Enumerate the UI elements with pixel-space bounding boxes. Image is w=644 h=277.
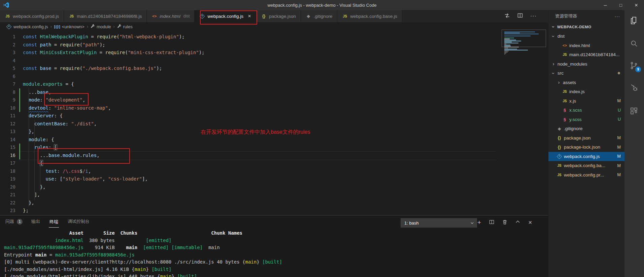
code-line[interactable]: 11 devServer: { [0, 112, 495, 120]
code-line[interactable]: 5const base = require("./webpack.config.… [0, 65, 495, 73]
file-tree-item-y.scss[interactable]: §y.scssU [548, 115, 625, 124]
file-tree-item-node_modules[interactable]: ›node_modules [548, 60, 625, 69]
minimap-line [504, 43, 518, 43]
code-line-content: use: ["style-loader", "css-loader"], [15, 175, 148, 183]
trash-icon[interactable] [502, 220, 507, 226]
tab-main.d124061b8741846986f8.js[interactable]: JSmain.d124061b8741846986f8.js [64, 10, 147, 22]
file-tree-item-main.d124061b874184...[interactable]: JSmain.d124061b874184... [548, 50, 625, 60]
more-icon[interactable]: ··· [530, 13, 537, 19]
code-line-content: contentBase: "./dist", [15, 120, 97, 128]
terminal-output[interactable]: Asset Size Chunks Chunk Names index.html… [4, 230, 282, 277]
code-line[interactable]: 8 ...base, [0, 88, 495, 96]
panel-tab-问题[interactable]: 问题1 [5, 219, 23, 225]
code-line[interactable]: 20 }, [0, 183, 495, 191]
panel-tab-终端[interactable]: 终端 [49, 216, 59, 228]
code-line[interactable]: 1const HtmlWebpackPlugin = require("html… [0, 33, 495, 41]
panel-tab-调试控制台[interactable]: 调试控制台 [68, 219, 90, 225]
file-tree-item-index.html[interactable]: <>index.html [548, 41, 625, 50]
tab-package.json[interactable]: {}package.json [256, 10, 301, 22]
file-tree-item-x.scss[interactable]: §x.scssU [548, 106, 625, 115]
new-terminal-icon[interactable]: + [477, 219, 481, 226]
compare-icon[interactable] [504, 13, 510, 20]
file-tree-item-package-lock.json[interactable]: {}package-lock.jsonM [548, 143, 625, 152]
close-icon[interactable]: ✕ [248, 14, 251, 18]
file-tree-item-dist[interactable]: ›dist [548, 32, 625, 41]
webpack-icon [199, 14, 205, 19]
file-tree-item-.gitignore[interactable]: ◆.gitignore [548, 124, 625, 133]
breadcrumb-item-unknown[interactable]: [@]<unknown> [54, 24, 84, 29]
split-terminal-icon[interactable] [489, 220, 494, 226]
file-label: webpack.config.pr... [564, 172, 604, 177]
code-line[interactable]: 21 ], [0, 191, 495, 199]
code-line[interactable]: 17 { [0, 159, 495, 167]
terminal-shell-select[interactable]: 1: bash [401, 218, 477, 228]
root-folder-label: WEBPACK-DEMO [557, 25, 591, 29]
tab-webpack.config.js[interactable]: webpack.config.js✕ [195, 10, 256, 22]
code-editor[interactable]: 1const HtmlWebpackPlugin = require("html… [0, 33, 495, 215]
git-status-badge: M [617, 145, 621, 150]
code-line[interactable]: 6 [0, 73, 495, 81]
files-icon[interactable] [630, 16, 639, 26]
code-line-content: module: { [15, 136, 54, 144]
minimap[interactable] [502, 30, 547, 130]
html-icon: <> [562, 43, 568, 48]
tab-index.html[interactable]: <>index.htmldist [147, 10, 195, 22]
indent-guide [34, 120, 35, 200]
split-editor-icon[interactable] [517, 13, 523, 19]
minimize-button[interactable]: ─ [598, 0, 613, 10]
code-line-content [15, 57, 23, 65]
code-line[interactable]: 3const MiniCssExtractPlugin = require("m… [0, 49, 495, 57]
code-line[interactable]: 9 mode: "development", [0, 96, 495, 104]
search-icon[interactable] [630, 39, 639, 48]
source-control-icon[interactable]: 9 [630, 61, 639, 71]
maximize-button[interactable]: □ [613, 0, 629, 10]
file-label: webpack.config.ba... [564, 163, 605, 168]
code-line[interactable]: 19 use: ["style-loader", "css-loader"], [0, 175, 495, 183]
tab-webpack.config.prod.js[interactable]: JSwebpack.config.prod.js [0, 10, 64, 22]
chevron-up-icon[interactable] [515, 220, 520, 226]
code-line[interactable]: 15 rules: [ [0, 144, 495, 152]
line-number: 13 [0, 128, 15, 136]
tab-.gitignore[interactable]: ◆.gitignore [301, 10, 338, 22]
explorer-root-folder[interactable]: › WEBPACK-DEMO [548, 22, 625, 32]
code-line[interactable]: 23}; [0, 207, 495, 215]
line-number: 14 [0, 136, 15, 144]
close-icon[interactable]: ✕ [528, 220, 532, 225]
line-number: 15 [0, 144, 15, 152]
breadcrumb[interactable]: webpack.config.js›[@]<unknown>›module›ru… [0, 22, 554, 31]
file-tree-item-package.json[interactable]: {}package.jsonM [548, 133, 625, 143]
code-line[interactable]: 4 [0, 57, 495, 65]
code-line[interactable]: 22 }, [0, 199, 495, 207]
file-tree-item-webpack.config.ba...[interactable]: JSwebpack.config.ba...M [548, 161, 625, 170]
panel-tab-输出[interactable]: 输出 [31, 219, 40, 225]
code-line[interactable]: 12 contentBase: "./dist", [0, 120, 495, 128]
debug-icon[interactable] [630, 83, 639, 93]
breadcrumb-item-module[interactable]: module [91, 24, 111, 29]
title-bar: webpack.config.js - webpack-demo - Visua… [0, 0, 644, 10]
file-tree-item-src[interactable]: ›src [548, 69, 625, 78]
file-tree-item-webpack.config.js[interactable]: webpack.config.jsM [548, 152, 625, 161]
code-line[interactable]: 7module.exports = { [0, 80, 495, 88]
file-tree-item-webpack.config.pr...[interactable]: JSwebpack.config.pr...M [548, 170, 625, 180]
code-line[interactable]: 14 module: { [0, 136, 495, 144]
code-line[interactable]: 10 devtool: "inline-source-map", [0, 104, 495, 112]
git-status-badge: M [617, 172, 621, 177]
code-line[interactable]: 18 test: /\.css$/i, [0, 167, 495, 175]
code-line[interactable]: 2const path = require("path"); [0, 41, 495, 49]
extensions-icon[interactable] [630, 106, 639, 116]
tab-webpack.config.base.js[interactable]: JSwebpack.config.base.js [337, 10, 402, 22]
file-tree-item-index.js[interactable]: JSindex.js [548, 87, 625, 96]
problems-count-badge: 1 [17, 219, 23, 225]
git-status-badge: M [617, 154, 621, 159]
more-icon[interactable]: ··· [615, 14, 620, 19]
breadcrumb-item-rules[interactable]: rules [117, 24, 133, 29]
minimap-line [504, 52, 508, 52]
file-tree-item-x.js[interactable]: JSx.jsM [548, 96, 625, 106]
js-icon: JS [562, 52, 568, 57]
chevron-down-icon: › [551, 34, 556, 39]
json-icon: {} [556, 145, 562, 150]
close-button[interactable]: ✕ [629, 0, 644, 10]
breadcrumb-item-webpackconfigjs[interactable]: webpack.config.js [6, 24, 48, 29]
file-tree-item-assets[interactable]: ›assets [548, 78, 625, 87]
sidebar-title: 资源管理器 [555, 13, 577, 19]
